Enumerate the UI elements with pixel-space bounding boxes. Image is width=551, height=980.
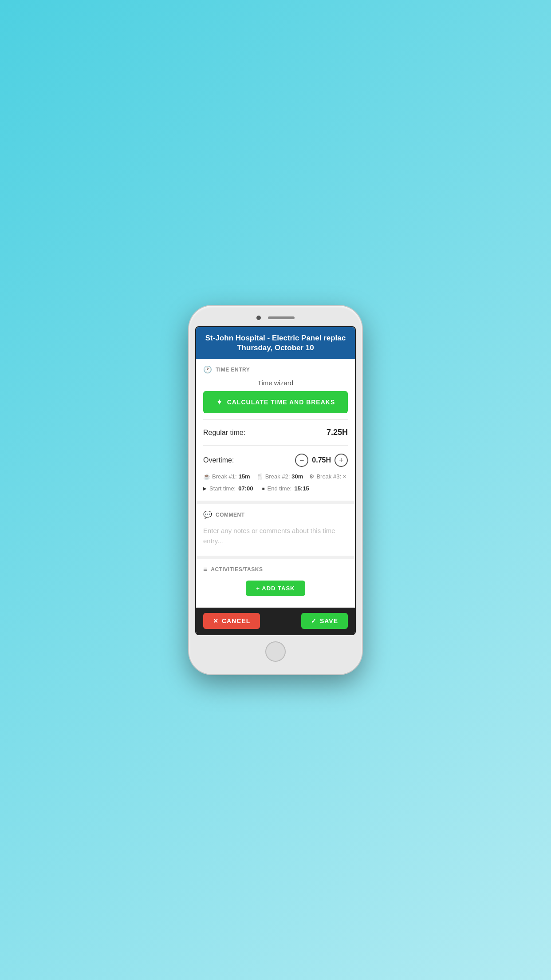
activities-header: ≡ ACTIVITIES/TASKS	[203, 565, 348, 573]
break1-value: 15m	[239, 473, 250, 480]
wand-icon: ✦	[216, 397, 223, 407]
break2-label: Break #2:	[265, 473, 290, 480]
break3-item: ⚙ Break #3: ×	[309, 473, 346, 480]
speaker	[268, 316, 295, 319]
overtime-row: Overtime: − 0.75H +	[203, 450, 348, 470]
comment-icon: 💬	[203, 510, 212, 519]
phone-screen: St-John Hospital - Electric Panel replac…	[195, 326, 356, 635]
home-button[interactable]	[265, 641, 286, 662]
activities-label: ACTIVITIES/TASKS	[211, 566, 263, 573]
overtime-plus-button[interactable]: +	[335, 454, 348, 467]
overtime-value: 0.75H	[312, 456, 331, 464]
start-time-value: 07:00	[238, 485, 253, 492]
wizard-label: Time wizard	[203, 379, 348, 387]
start-end-times-row: ▶ Start time: 07:00 ■ End time: 15:15	[203, 482, 348, 494]
clock-icon: 🕐	[203, 365, 212, 374]
end-time-value: 15:15	[294, 485, 309, 492]
calc-btn-text: CALCULATE TIME AND BREAKS	[227, 399, 335, 406]
overtime-minus-button[interactable]: −	[295, 454, 308, 467]
break1-item: ☕ Break #1: 15m	[203, 473, 250, 480]
gear-icon: ⚙	[309, 473, 315, 480]
phone-frame: St-John Hospital - Electric Panel replac…	[189, 306, 362, 674]
divider-1	[203, 419, 348, 420]
break1-label: Break #1:	[212, 473, 237, 480]
comment-label: COMMENT	[216, 512, 245, 518]
end-time-item: ■ End time: 15:15	[262, 485, 309, 492]
break3-label: Break #3:	[316, 473, 341, 480]
cancel-x-icon: ✕	[213, 617, 218, 624]
save-check-icon: ✓	[311, 617, 316, 624]
comment-section: 💬 COMMENT Enter any notes or comments ab…	[196, 504, 355, 556]
break2-item: 🍴 Break #2: 30m	[256, 473, 303, 480]
calculate-button[interactable]: ✦ CALCULATE TIME AND BREAKS	[203, 391, 348, 413]
header-title: St-John Hospital - Electric Panel replac…	[203, 333, 348, 353]
activities-section: ≡ ACTIVITIES/TASKS + ADD TASK	[196, 559, 355, 604]
list-icon: ≡	[203, 565, 207, 573]
regular-time-row: Regular time: 7.25H	[203, 424, 348, 441]
time-entry-label: TIME ENTRY	[216, 367, 250, 373]
app-header: St-John Hospital - Electric Panel replac…	[196, 327, 355, 359]
add-task-button[interactable]: + ADD TASK	[246, 581, 306, 596]
break3-value: ×	[343, 474, 346, 480]
cancel-button[interactable]: ✕ CANCEL	[203, 613, 260, 629]
cancel-label: CANCEL	[222, 617, 250, 624]
overtime-label: Overtime:	[203, 456, 234, 464]
camera	[256, 316, 261, 320]
phone-bottom	[195, 641, 356, 662]
time-entry-header: 🕐 TIME ENTRY	[203, 365, 348, 374]
stop-icon: ■	[262, 486, 265, 491]
add-task-label: + ADD TASK	[256, 585, 295, 592]
coffee-icon: ☕	[203, 473, 210, 480]
save-label: SAVE	[320, 617, 338, 624]
comment-header: 💬 COMMENT	[203, 510, 348, 519]
footer-bar: ✕ CANCEL ✓ SAVE	[196, 608, 355, 634]
start-time-label: Start time:	[209, 485, 236, 492]
regular-time-value: 7.25H	[327, 428, 348, 437]
divider-2	[203, 445, 348, 446]
end-time-label: End time:	[268, 485, 292, 492]
regular-time-label: Regular time:	[203, 429, 245, 437]
break2-value: 30m	[291, 473, 303, 480]
fork-icon: 🍴	[256, 473, 264, 480]
time-entry-section: 🕐 TIME ENTRY Time wizard ✦ CALCULATE TIM…	[196, 359, 355, 501]
save-button[interactable]: ✓ SAVE	[301, 613, 348, 629]
content-area: 🕐 TIME ENTRY Time wizard ✦ CALCULATE TIM…	[196, 359, 355, 604]
play-icon: ▶	[203, 486, 207, 491]
comment-input[interactable]: Enter any notes or comments about this t…	[203, 524, 348, 549]
breaks-row: ☕ Break #1: 15m 🍴 Break #2: 30m ⚙ Break …	[203, 470, 348, 482]
start-time-item: ▶ Start time: 07:00	[203, 485, 253, 492]
overtime-controls: − 0.75H +	[295, 454, 348, 467]
phone-top-bar	[195, 314, 356, 322]
